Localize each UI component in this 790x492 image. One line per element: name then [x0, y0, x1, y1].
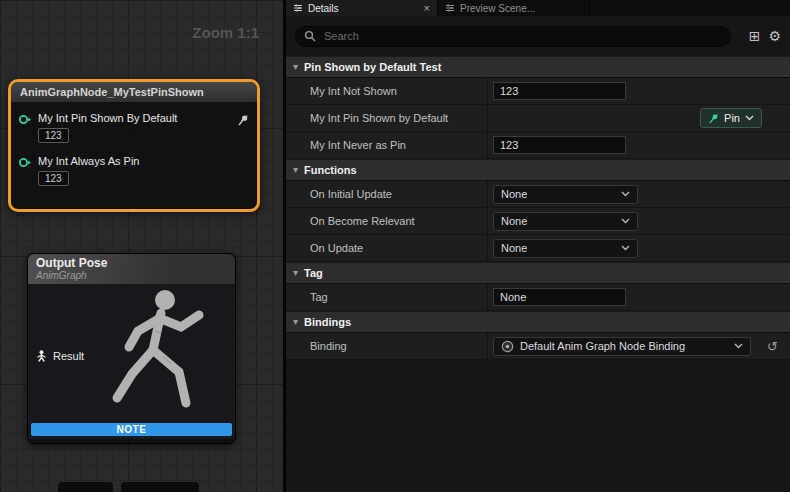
anim-graph-test-node[interactable]: AnimGraphNode_MyTestPinShown My Int Pin …	[8, 79, 260, 212]
pin-button-label: Pin	[724, 112, 740, 124]
settings-gear-icon[interactable]: ⚙	[768, 29, 781, 43]
property-row-my-int-pin-shown-by-default: My Int Pin Shown by Default Pin	[286, 105, 790, 132]
pin-row: My Int Always As Pin 123	[11, 155, 257, 186]
function-dropdown[interactable]: None	[493, 212, 638, 231]
property-label: Binding	[286, 333, 487, 359]
search-box[interactable]	[295, 26, 731, 47]
property-row-binding: Binding Default Anim Graph Node Binding …	[286, 333, 790, 360]
chevron-down-icon: ▾	[293, 317, 298, 327]
property-label: On Become Relevant	[286, 208, 487, 234]
category-bindings[interactable]: ▾ Bindings	[286, 311, 790, 333]
tab-preview-scene[interactable]: Preview Scene...	[438, 0, 590, 16]
chevron-down-icon	[745, 115, 754, 121]
property-row-my-int-never-as-pin: My Int Never as Pin 123	[286, 132, 790, 159]
node-header[interactable]: Output Pose AnimGraph	[28, 254, 235, 284]
property-label: On Initial Update	[286, 181, 487, 207]
property-row-my-int-not-shown: My Int Not Shown 123	[286, 78, 790, 105]
tab-details[interactable]: Details ×	[286, 0, 438, 16]
zoom-level-label: Zoom 1:1	[192, 24, 259, 41]
offscreen-node[interactable]	[120, 481, 200, 492]
property-row-on-initial-update: On Initial Update None	[286, 181, 790, 208]
pin-texts: My Int Always As Pin 123	[38, 155, 139, 186]
property-value: None	[487, 235, 790, 261]
node-body: Result NOTE	[28, 284, 235, 439]
category-tag[interactable]: ▾ Tag	[286, 262, 790, 284]
display-filter-icon[interactable]: ⊞	[749, 29, 761, 43]
int-input[interactable]: 123	[493, 136, 626, 154]
function-dropdown[interactable]: None	[493, 185, 638, 204]
pin-visibility-button[interactable]: Pin	[700, 108, 762, 128]
int-pin-icon[interactable]	[18, 113, 32, 126]
property-row-tag: Tag None	[286, 284, 790, 311]
pushpin-icon[interactable]	[237, 114, 249, 126]
function-dropdown[interactable]: None	[493, 239, 638, 258]
tab-label: Preview Scene...	[460, 3, 535, 14]
node-subtitle: AnimGraph	[36, 270, 227, 281]
dropdown-value: Default Anim Graph Node Binding	[520, 340, 685, 352]
pin-value-field[interactable]: 123	[38, 128, 69, 143]
chevron-down-icon: ▾	[293, 268, 298, 278]
pose-pin-icon	[36, 350, 47, 362]
property-row-on-become-relevant: On Become Relevant None	[286, 208, 790, 235]
pin-row: My Int Pin Shown By Default 123	[11, 112, 257, 143]
details-tab-icon	[293, 3, 303, 13]
category-title: Pin Shown by Default Test	[304, 61, 441, 73]
property-label: On Update	[286, 235, 487, 261]
property-label: My Int Pin Shown by Default	[286, 105, 487, 131]
property-label: My Int Not Shown	[286, 78, 487, 104]
chevron-down-icon: ▾	[293, 165, 298, 175]
result-pin[interactable]: Result	[36, 350, 84, 362]
tab-label: Details	[308, 3, 339, 14]
property-value: 123	[487, 78, 790, 104]
category-title: Tag	[304, 267, 323, 279]
category-title: Bindings	[304, 316, 351, 328]
int-input[interactable]: 123	[493, 82, 626, 100]
reset-to-default-icon[interactable]: ↺	[767, 339, 778, 354]
pin-label: My Int Always As Pin	[38, 155, 139, 168]
property-label: Tag	[286, 284, 487, 310]
details-panel: Details × Preview Scene... ⊞ ⚙ ▾ Pin Sho…	[286, 0, 790, 492]
chevron-down-icon	[621, 191, 630, 197]
details-toolbar: ⊞ ⚙	[286, 16, 790, 56]
pin-value-field[interactable]: 123	[38, 171, 69, 186]
category-title: Functions	[304, 164, 357, 176]
close-tab-icon[interactable]: ×	[424, 3, 430, 13]
tag-input[interactable]: None	[493, 288, 626, 306]
result-pin-label: Result	[53, 350, 84, 362]
category-pin-shown-by-default-test[interactable]: ▾ Pin Shown by Default Test	[286, 56, 790, 78]
node-title: Output Pose	[36, 256, 227, 270]
node-title[interactable]: AnimGraphNode_MyTestPinShown	[11, 82, 257, 102]
chevron-down-icon	[621, 245, 630, 251]
mannequin-preview	[81, 286, 231, 436]
pin-icon	[708, 113, 719, 124]
anim-graph-canvas[interactable]: Zoom 1:1 AnimGraphNode_MyTestPinShown My…	[0, 0, 283, 492]
dropdown-value: None	[501, 188, 527, 200]
property-value: None	[487, 208, 790, 234]
chevron-down-icon: ▾	[293, 62, 298, 72]
property-label: My Int Never as Pin	[286, 132, 487, 158]
dropdown-value: None	[501, 215, 527, 227]
search-input[interactable]	[322, 29, 722, 43]
property-value: 123	[487, 132, 790, 158]
property-value: None	[487, 181, 790, 207]
binding-class-icon	[501, 340, 514, 353]
property-value: None	[487, 284, 790, 310]
offscreen-node[interactable]	[57, 481, 114, 492]
output-pose-node[interactable]: Output Pose AnimGraph	[27, 253, 236, 444]
int-pin-icon[interactable]	[18, 156, 32, 169]
property-value: Default Anim Graph Node Binding ↺	[487, 333, 790, 359]
binding-dropdown[interactable]: Default Anim Graph Node Binding	[493, 337, 751, 356]
preview-scene-tab-icon	[445, 3, 455, 13]
property-row-on-update: On Update None	[286, 235, 790, 262]
note-bar[interactable]: NOTE	[31, 423, 232, 436]
pin-label: My Int Pin Shown By Default	[38, 112, 177, 125]
dropdown-value: None	[501, 242, 527, 254]
category-functions[interactable]: ▾ Functions	[286, 159, 790, 181]
property-value: Pin	[487, 105, 790, 131]
chevron-down-icon	[621, 218, 630, 224]
search-icon	[304, 30, 316, 42]
chevron-down-icon	[734, 343, 743, 349]
tab-bar: Details × Preview Scene...	[286, 0, 790, 16]
pin-texts: My Int Pin Shown By Default 123	[38, 112, 177, 143]
